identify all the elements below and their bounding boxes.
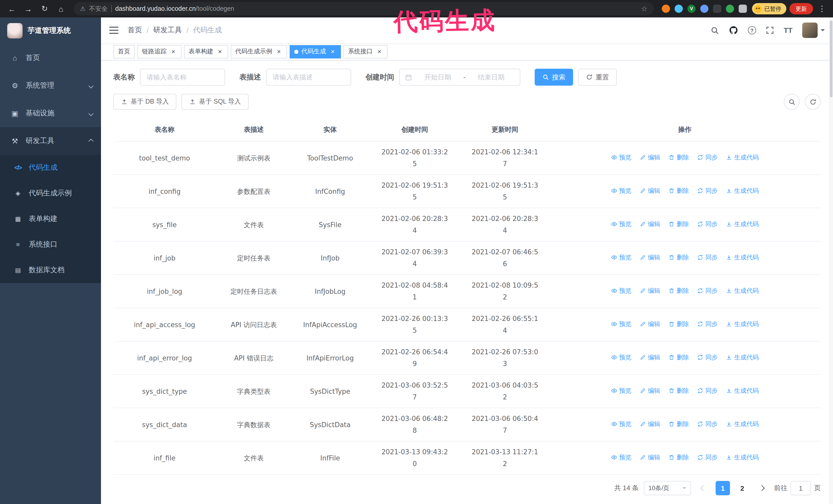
search-icon[interactable] bbox=[711, 26, 719, 34]
extensions-puzzle-icon[interactable] bbox=[739, 5, 747, 13]
fullscreen-icon[interactable] bbox=[766, 26, 774, 34]
date-range-input[interactable]: 开始日期 - 结束日期 bbox=[399, 69, 520, 86]
sidebar-item-codegen-example[interactable]: ◈ 代码生成示例 bbox=[0, 181, 101, 206]
table-name-input[interactable] bbox=[140, 69, 225, 86]
edit-link[interactable]: 编辑 bbox=[640, 152, 660, 164]
preview-link[interactable]: 预览 bbox=[611, 452, 631, 463]
browser-reload-icon[interactable]: ↻ bbox=[38, 2, 51, 16]
page-scrollbar[interactable] bbox=[829, 18, 833, 504]
delete-link[interactable]: 删除 bbox=[668, 285, 689, 297]
preview-link[interactable]: 预览 bbox=[611, 218, 631, 230]
generate-code-link[interactable]: 生成代码 bbox=[726, 285, 759, 297]
edit-link[interactable]: 编辑 bbox=[640, 218, 660, 230]
table-desc-input[interactable] bbox=[266, 69, 351, 86]
page-size-select[interactable]: 10条/页 bbox=[644, 481, 691, 495]
help-icon[interactable]: ? bbox=[748, 26, 756, 34]
generate-code-link[interactable]: 生成代码 bbox=[726, 318, 759, 330]
font-size-icon[interactable]: TT bbox=[784, 26, 792, 34]
browser-forward-icon[interactable]: → bbox=[22, 2, 35, 16]
delete-link[interactable]: 删除 bbox=[668, 452, 689, 463]
sync-link[interactable]: 同步 bbox=[697, 185, 718, 197]
refresh-table-button[interactable] bbox=[805, 94, 821, 110]
toggle-search-button[interactable] bbox=[784, 94, 800, 110]
browser-update-button[interactable]: 更新 bbox=[789, 3, 813, 14]
sync-link[interactable]: 同步 bbox=[697, 418, 718, 430]
sync-link[interactable]: 同步 bbox=[697, 385, 718, 397]
page-button-1[interactable]: 1 bbox=[716, 481, 730, 495]
search-button[interactable]: 搜索 bbox=[535, 69, 573, 86]
edit-link[interactable]: 编辑 bbox=[640, 185, 660, 197]
extension-people-icon[interactable] bbox=[700, 5, 709, 13]
bookmark-star-icon[interactable]: ☆ bbox=[641, 5, 647, 13]
preview-link[interactable]: 预览 bbox=[611, 385, 631, 397]
tab-close-icon[interactable]: × bbox=[216, 48, 223, 55]
sidebar-item-codegen[interactable]: </> 代码生成 bbox=[0, 155, 101, 181]
extension-dark-icon[interactable] bbox=[713, 5, 721, 13]
prev-page-button[interactable] bbox=[696, 481, 711, 495]
edit-link[interactable]: 编辑 bbox=[640, 318, 660, 330]
edit-link[interactable]: 编辑 bbox=[640, 352, 660, 363]
sync-link[interactable]: 同步 bbox=[697, 452, 718, 463]
import-sql-button[interactable]: 基于 SQL 导入 bbox=[182, 94, 248, 110]
extension-orange-icon[interactable] bbox=[662, 5, 670, 13]
app-logo[interactable]: 芋道管理系统 bbox=[0, 18, 101, 44]
tab-codegen[interactable]: 代码生成 × bbox=[290, 45, 341, 58]
sidebar-item-infrastructure[interactable]: ▣ 基础设施 bbox=[0, 99, 101, 127]
sync-link[interactable]: 同步 bbox=[697, 318, 718, 330]
edit-link[interactable]: 编辑 bbox=[640, 385, 660, 397]
tab-tracing[interactable]: 链路追踪 × bbox=[137, 45, 182, 58]
next-page-button[interactable] bbox=[755, 481, 769, 495]
tab-close-icon[interactable]: × bbox=[376, 48, 383, 55]
breadcrumb-home[interactable]: 首页 bbox=[128, 26, 142, 35]
browser-menu-icon[interactable]: ⋮ bbox=[816, 4, 828, 13]
sidebar-item-form-builder[interactable]: ▦ 表单构建 bbox=[0, 206, 101, 232]
edit-link[interactable]: 编辑 bbox=[640, 452, 660, 463]
preview-link[interactable]: 预览 bbox=[611, 418, 631, 430]
tab-form-builder[interactable]: 表单构建 × bbox=[184, 45, 228, 58]
generate-code-link[interactable]: 生成代码 bbox=[726, 352, 759, 363]
sync-link[interactable]: 同步 bbox=[697, 352, 718, 363]
sync-link[interactable]: 同步 bbox=[697, 218, 718, 230]
delete-link[interactable]: 删除 bbox=[668, 185, 689, 197]
address-bar[interactable]: ⚠ 不安全 dashboard.yudao.iocoder.cn/tool/co… bbox=[74, 2, 653, 16]
sync-link[interactable]: 同步 bbox=[697, 152, 718, 164]
reset-button[interactable]: 重置 bbox=[578, 69, 617, 86]
delete-link[interactable]: 删除 bbox=[668, 418, 689, 430]
sidebar-item-devtools[interactable]: ⚒ 研发工具 bbox=[0, 127, 101, 155]
breadcrumb-devtools[interactable]: 研发工具 bbox=[153, 26, 182, 35]
delete-link[interactable]: 删除 bbox=[668, 318, 689, 330]
date-start-placeholder[interactable]: 开始日期 bbox=[414, 73, 461, 82]
profile-paused-badge[interactable]: 已暂停 bbox=[752, 3, 786, 14]
user-menu[interactable] bbox=[802, 23, 825, 38]
sync-link[interactable]: 同步 bbox=[697, 285, 718, 297]
tab-close-icon[interactable]: × bbox=[170, 48, 177, 55]
page-button-2[interactable]: 2 bbox=[735, 481, 749, 495]
tab-close-icon[interactable]: × bbox=[275, 48, 282, 55]
delete-link[interactable]: 删除 bbox=[668, 152, 689, 164]
extension-blue-drop-icon[interactable] bbox=[674, 5, 683, 13]
sidebar-item-db-doc[interactable]: ▤ 数据库文档 bbox=[0, 257, 101, 283]
generate-code-link[interactable]: 生成代码 bbox=[726, 185, 759, 197]
tab-system-api[interactable]: 系统接口 × bbox=[343, 45, 387, 58]
delete-link[interactable]: 删除 bbox=[668, 385, 689, 397]
github-icon[interactable] bbox=[729, 26, 738, 35]
sidebar-item-system[interactable]: ⚙ 系统管理 bbox=[0, 72, 101, 99]
sidebar-item-home[interactable]: ⌂ 首页 bbox=[0, 44, 101, 72]
edit-link[interactable]: 编辑 bbox=[640, 418, 660, 430]
delete-link[interactable]: 删除 bbox=[668, 218, 689, 230]
preview-link[interactable]: 预览 bbox=[611, 285, 631, 297]
import-db-button[interactable]: 基于 DB 导入 bbox=[113, 94, 176, 110]
tab-close-icon[interactable]: × bbox=[329, 48, 336, 55]
browser-back-icon[interactable]: ← bbox=[5, 2, 19, 16]
delete-link[interactable]: 删除 bbox=[668, 252, 689, 264]
delete-link[interactable]: 删除 bbox=[668, 352, 689, 363]
edit-link[interactable]: 编辑 bbox=[640, 285, 660, 297]
security-label[interactable]: 不安全 bbox=[89, 4, 108, 13]
sync-link[interactable]: 同步 bbox=[697, 252, 718, 264]
preview-link[interactable]: 预览 bbox=[611, 152, 631, 164]
generate-code-link[interactable]: 生成代码 bbox=[726, 418, 759, 430]
generate-code-link[interactable]: 生成代码 bbox=[726, 385, 759, 397]
generate-code-link[interactable]: 生成代码 bbox=[726, 218, 759, 230]
generate-code-link[interactable]: 生成代码 bbox=[726, 152, 759, 164]
extension-green-check-icon[interactable]: V bbox=[687, 5, 696, 13]
